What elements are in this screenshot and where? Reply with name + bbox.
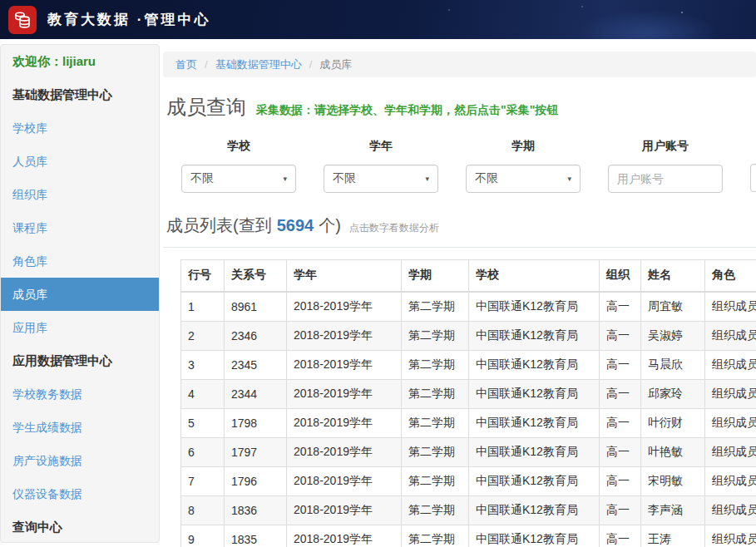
term-select-value: 不限: [475, 171, 498, 186]
cell-school: 中国联通K12教育局: [469, 292, 600, 322]
cell-school: 中国联通K12教育局: [469, 379, 600, 408]
cell-school: 中国联通K12教育局: [469, 321, 600, 350]
column-header: 学期: [402, 260, 469, 292]
cell-relation-no: 2346: [225, 321, 287, 350]
cell-school-year: 2018-2019学年: [287, 379, 402, 408]
member-count-link[interactable]: 5694: [277, 216, 314, 235]
column-header: 关系号: [225, 260, 287, 292]
cell-school: 中国联通K12教育局: [469, 408, 600, 437]
sidebar-item[interactable]: 角色库: [1, 244, 159, 278]
cell-school-year: 2018-2019学年: [287, 466, 402, 495]
column-header: 学校: [469, 260, 600, 292]
sidebar-item[interactable]: 成员库: [1, 278, 159, 311]
collect-hint: 采集数据：请选择学校、学年和学期，然后点击"采集"按钮: [256, 103, 558, 118]
cell-relation-no: 1798: [225, 408, 287, 437]
cell-name: 马晨欣: [641, 350, 705, 379]
filter-account: 用户账号: [608, 139, 723, 193]
term-label: 学期: [466, 139, 581, 154]
filter-school: 学校 不限 ▾: [181, 139, 296, 193]
year-select-value: 不限: [333, 171, 356, 186]
cell-relation-no: 2345: [225, 350, 287, 379]
sidebar-item[interactable]: 组织库: [1, 178, 159, 211]
table-row[interactable]: 8 1836 2018-2019学年 第二学期 中国联通K12教育局 高一 李声…: [181, 495, 756, 525]
sidebar-item[interactable]: 课程库: [1, 211, 159, 244]
cell-name: 周宜敏: [641, 292, 705, 322]
table-row[interactable]: 2 2346 2018-2019学年 第二学期 中国联通K12教育局 高一 吴淑…: [181, 321, 756, 350]
member-list-header: 成员列表(查到 5694 个) 点击数字看数据分析: [166, 214, 756, 237]
cell-term: 第二学期: [402, 437, 469, 466]
cell-name: 邱家玲: [641, 379, 705, 408]
sidebar-item[interactable]: 应用库: [1, 311, 159, 344]
sidebar-item[interactable]: 仪器设备数据: [1, 477, 159, 510]
column-header: 行号: [181, 260, 225, 292]
sidebar-item[interactable]: 学生成绩数据: [1, 411, 159, 444]
cell-name: 吴淑婷: [641, 321, 705, 350]
cell-org: 高一: [600, 437, 641, 466]
table-row[interactable]: 1 8961 2018-2019学年 第二学期 中国联通K12教育局 高一 周宜…: [181, 292, 756, 322]
cell-row-no: 5: [181, 408, 225, 437]
cell-row-no: 2: [181, 321, 225, 350]
sidebar-item[interactable]: 房产设施数据: [1, 444, 159, 477]
extra-filter-input[interactable]: [750, 164, 756, 192]
breadcrumb-item[interactable]: 基础数据管理中心: [197, 57, 302, 72]
cell-role: 组织成员: [705, 379, 756, 408]
member-table-container: 行号 关系号 学年 学期 学校 组织 姓名 角色: [180, 259, 756, 547]
cell-row-no: 4: [181, 379, 225, 408]
cell-role: 组织成员: [705, 437, 756, 466]
sidebar-item[interactable]: 人员库: [1, 145, 159, 178]
sidebar-item: 查询中心: [1, 510, 159, 543]
table-row[interactable]: 6 1797 2018-2019学年 第二学期 中国联通K12教育局 高一 叶艳…: [181, 437, 756, 466]
chevron-down-icon: ▾: [283, 175, 287, 183]
account-label: 用户账号: [608, 139, 723, 154]
cell-relation-no: 8961: [225, 292, 287, 322]
cell-school-year: 2018-2019学年: [287, 321, 402, 350]
sidebar-item: 应用数据管理中心: [1, 344, 159, 377]
table-row[interactable]: 4 2344 2018-2019学年 第二学期 中国联通K12教育局 高一 邱家…: [181, 379, 756, 408]
query-header: 成员查询 采集数据：请选择学校、学年和学期，然后点击"采集"按钮: [166, 94, 756, 121]
sidebar-item[interactable]: 学校教务数据: [1, 377, 159, 411]
main-content: 首页 基础数据管理中心 成员库 成员查询 采集数据：请选择学校、学年和学期，然后…: [163, 39, 756, 547]
cell-school: 中国联通K12教育局: [469, 350, 600, 379]
table-row[interactable]: 7 1796 2018-2019学年 第二学期 中国联通K12教育局 高一 宋明…: [181, 466, 756, 495]
cell-name: 叶艳敏: [641, 437, 705, 466]
cell-relation-no: 2344: [225, 379, 287, 408]
year-label: 学年: [324, 139, 438, 154]
table-row[interactable]: 3 2345 2018-2019学年 第二学期 中国联通K12教育局 高一 马晨…: [181, 350, 756, 379]
breadcrumb: 首页 基础数据管理中心 成员库: [163, 52, 756, 77]
cell-term: 第二学期: [402, 379, 469, 408]
cell-org: 高一: [600, 466, 641, 495]
cell-relation-no: 1836: [225, 495, 287, 525]
cell-school: 中国联通K12教育局: [469, 525, 600, 547]
cell-org: 高一: [600, 495, 641, 525]
filter-year: 学年 不限 ▾: [324, 139, 438, 193]
cell-row-no: 3: [181, 350, 225, 379]
cell-term: 第二学期: [402, 292, 469, 322]
cell-school-year: 2018-2019学年: [287, 350, 402, 379]
term-select[interactable]: 不限 ▾: [466, 165, 581, 193]
year-select[interactable]: 不限 ▾: [324, 165, 438, 193]
cell-row-no: 9: [181, 525, 225, 547]
school-select[interactable]: 不限 ▾: [181, 165, 296, 193]
account-input[interactable]: [608, 165, 723, 193]
chevron-down-icon: ▾: [567, 175, 571, 183]
breadcrumb-item[interactable]: 首页: [175, 57, 197, 72]
table-row[interactable]: 5 1798 2018-2019学年 第二学期 中国联通K12教育局 高一 叶衍…: [181, 408, 756, 437]
app-title: 教育大数据 ·管理中心: [47, 10, 210, 29]
cell-org: 高一: [600, 408, 641, 437]
sidebar-item[interactable]: 学校库: [1, 111, 159, 145]
filter-bar: 学校 不限 ▾ 学年 不限 ▾ 学期 不限 ▾ 用户账号: [181, 139, 756, 193]
column-header: 姓名: [641, 260, 705, 292]
cell-term: 第二学期: [402, 408, 469, 437]
table-row[interactable]: 9 1835 2018-2019学年 第二学期 中国联通K12教育局 高一 王涛…: [181, 525, 756, 547]
app-logo[interactable]: [8, 6, 37, 34]
filter-term: 学期 不限 ▾: [466, 139, 581, 193]
cell-role: 组织成员: [705, 292, 756, 322]
cell-role: 组织成员: [705, 466, 756, 495]
cell-relation-no: 1835: [225, 525, 287, 547]
cell-org: 高一: [600, 292, 641, 322]
cell-relation-no: 1797: [225, 437, 287, 466]
list-title-suffix: 个): [319, 214, 341, 237]
label-spacer: [750, 139, 756, 153]
section-divider: [163, 247, 756, 248]
page-title: 成员查询: [166, 94, 246, 121]
